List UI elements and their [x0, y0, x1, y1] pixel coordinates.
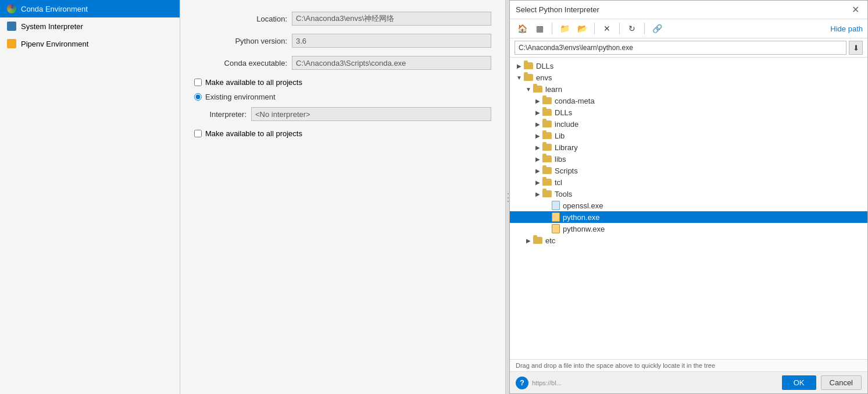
python-icon [7, 22, 16, 31]
sidebar-item-pipenv[interactable]: Pipenv Environment [0, 35, 180, 52]
new-folder-button[interactable]: 📂 [574, 22, 590, 36]
folder-icon [542, 155, 552, 162]
interpreter-input[interactable] [251, 107, 491, 121]
delete-button[interactable]: ✕ [599, 22, 615, 36]
conda-exe-input[interactable] [292, 56, 491, 70]
tree-item-label: Library [555, 143, 578, 152]
file-icon [552, 224, 560, 233]
chevron-icon: ▶ [533, 119, 542, 129]
file-icon [552, 212, 560, 222]
tree-item-envs[interactable]: ▼envs [510, 72, 867, 83]
tree-item-include[interactable]: ▶include [510, 118, 867, 130]
python-version-row: Python version: [194, 34, 491, 48]
file-tree-dialog: Select Python Interpreter ✕ 🏠 ▦ 📁 📂 ✕ ↻ … [509, 0, 868, 394]
chevron-icon [542, 201, 552, 210]
link-button[interactable]: 🔗 [649, 22, 665, 36]
make-available2-row: Make available to all projects [194, 129, 491, 138]
existing-env-label: Existing environment [205, 93, 276, 101]
tree-item-label: etc [545, 236, 555, 245]
folder-icon [533, 86, 542, 93]
ok-button[interactable]: OK [782, 375, 816, 390]
help-button[interactable]: ? [516, 377, 528, 389]
tree-item-library[interactable]: ▶Library [510, 141, 867, 153]
folder-icon [542, 109, 552, 116]
path-input[interactable] [515, 41, 846, 55]
chevron-icon: ▶ [533, 189, 542, 198]
folder-icon [542, 132, 552, 139]
download-icon[interactable]: ⬇ [849, 41, 863, 55]
tree-item-label: Lib [555, 132, 565, 140]
location-label: Location: [194, 15, 287, 23]
chevron-icon: ▼ [524, 84, 533, 94]
chevron-icon [542, 224, 552, 233]
chevron-icon: ▼ [515, 73, 524, 82]
folder-icon [542, 179, 552, 186]
home-button[interactable]: 🏠 [515, 22, 530, 36]
tree-item-pythonw_exe[interactable]: pythonw.exe [510, 223, 867, 235]
path-bar: ⬇ [510, 38, 867, 58]
folder-icon [524, 74, 533, 81]
pipenv-icon [7, 39, 16, 48]
tree-item-python_exe[interactable]: python.exe [510, 211, 867, 223]
toolbar-separator-3 [619, 23, 620, 34]
location-input[interactable] [292, 12, 491, 26]
refresh-button[interactable]: ↻ [624, 22, 640, 36]
tree-item-libs[interactable]: ▶libs [510, 153, 867, 165]
tree-item-label: pythonw.exe [563, 225, 605, 233]
tree-item-tools[interactable]: ▶Tools [510, 188, 867, 200]
python-version-label: Python version: [194, 37, 287, 45]
make-available-label: Make available to all projects [205, 78, 302, 87]
footer-link: https://bl... [532, 379, 562, 386]
left-panel: Conda Environment System Interpreter Pip… [0, 0, 180, 394]
interpreter-label: Interpreter: [194, 110, 247, 119]
tree-item-label: DLLs [555, 108, 572, 117]
sidebar-item-conda[interactable]: Conda Environment [0, 0, 180, 17]
tree-item-learn[interactable]: ▼learn [510, 83, 867, 95]
hide-path-button[interactable]: Hide path [830, 24, 863, 33]
folder-icon [524, 62, 533, 69]
tree-item-conda_meta[interactable]: ▶conda-meta [510, 95, 867, 107]
tree-item-label: envs [536, 73, 552, 82]
tree-item-dlls_top[interactable]: ▶DLLs [510, 60, 867, 72]
tree-item-lib[interactable]: ▶Lib [510, 130, 867, 141]
make-available2-label: Make available to all projects [205, 129, 302, 138]
folder-button[interactable]: 📁 [557, 22, 572, 36]
tree-container[interactable]: ▶DLLs▼envs▼learn▶conda-meta▶DLLs▶include… [510, 58, 867, 359]
dialog-status-bar: Drag and drop a file into the space abov… [510, 359, 867, 371]
tree-item-openssl[interactable]: openssl.exe [510, 200, 867, 211]
sidebar-item-label: Pipenv Environment [21, 40, 88, 48]
existing-env-radio-row: Existing environment [194, 93, 491, 101]
tree-item-etc[interactable]: ▶etc [510, 235, 867, 246]
radio-section: Existing environment Interpreter: Make a… [194, 93, 491, 138]
chevron-icon: ▶ [533, 178, 542, 187]
chevron-icon: ▶ [533, 108, 542, 117]
close-icon[interactable]: ✕ [849, 4, 862, 15]
grid-button[interactable]: ▦ [532, 22, 547, 36]
toolbar-separator-4 [644, 23, 645, 34]
footer-buttons: OK Cancel [782, 375, 862, 390]
conda-exe-label: Conda executable: [194, 59, 287, 68]
sidebar-item-label: System Interpreter [21, 22, 83, 31]
tree-item-label: include [555, 120, 578, 129]
dialog-toolbar: 🏠 ▦ 📁 📂 ✕ ↻ 🔗 Hide path [510, 19, 867, 38]
make-available2-checkbox[interactable] [194, 130, 202, 137]
tree-item-tcl[interactable]: ▶tcl [510, 176, 867, 188]
tree-item-label: Tools [555, 190, 572, 198]
chevron-icon: ▶ [533, 143, 542, 152]
file-icon [552, 201, 560, 210]
tree-item-dlls[interactable]: ▶DLLs [510, 107, 867, 118]
tree-item-label: learn [545, 85, 562, 94]
make-available-checkbox[interactable] [194, 79, 202, 86]
existing-env-radio[interactable] [194, 93, 202, 101]
sidebar-item-system[interactable]: System Interpreter [0, 17, 180, 35]
chevron-icon: ▶ [533, 131, 542, 140]
folder-icon [542, 144, 552, 151]
tree-item-scripts[interactable]: ▶Scripts [510, 165, 867, 176]
folder-icon [533, 237, 542, 244]
cancel-button[interactable]: Cancel [821, 375, 862, 390]
folder-icon [542, 167, 552, 174]
python-version-input[interactable] [292, 34, 491, 48]
chevron-icon: ▶ [515, 61, 524, 70]
tree-item-label: DLLs [536, 62, 553, 70]
folder-icon [542, 190, 552, 197]
